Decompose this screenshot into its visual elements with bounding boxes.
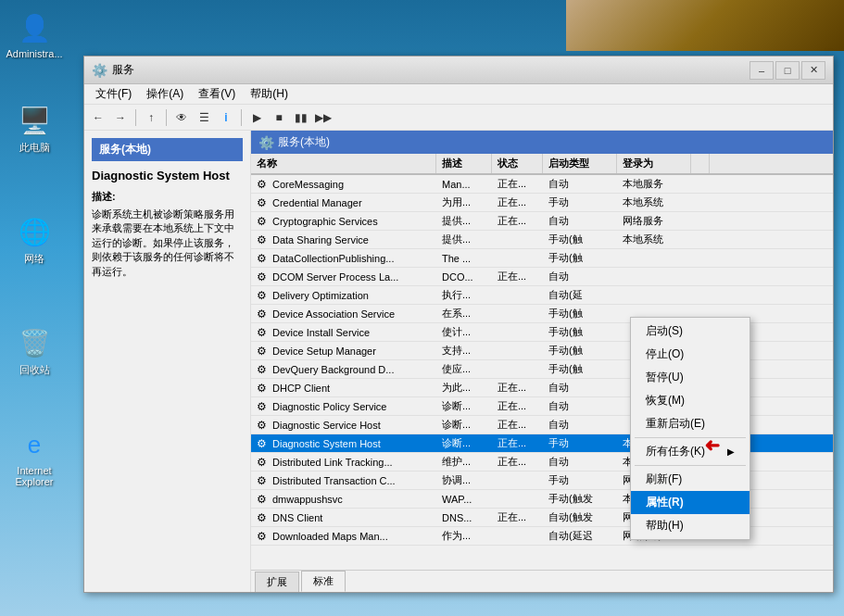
toolbar-up[interactable]: ↑ [141, 107, 161, 128]
cell-name: ⚙dmwappushsvc [251, 490, 436, 508]
cell-login [617, 286, 691, 304]
cell-status [492, 231, 543, 248]
toolbar-restart[interactable]: ▶▶ [313, 107, 334, 128]
table-row[interactable]: ⚙Delivery Optimization执行...自动(延 [251, 286, 833, 305]
ctx-resume[interactable]: 恢复(M) [631, 389, 750, 412]
title-bar: ⚙️ 服务 – □ ✕ [84, 57, 833, 84]
cell-name: ⚙DHCP Client [251, 379, 436, 396]
ctx-restart[interactable]: 重新启动(E) [631, 412, 750, 435]
minimize-button[interactable]: – [750, 61, 774, 80]
service-icon: ⚙ [257, 308, 270, 321]
desktop-top-image [566, 0, 844, 51]
toolbar-show-hide[interactable]: 👁 [171, 107, 192, 128]
menu-view[interactable]: 查看(V) [191, 84, 243, 104]
ctx-refresh[interactable]: 刷新(F) [631, 468, 750, 491]
table-row[interactable]: ⚙Cryptographic Services提供...正在...自动网络服务 [251, 212, 833, 231]
menu-help[interactable]: 帮助(H) [243, 84, 296, 104]
ctx-pause[interactable]: 暂停(U) [631, 366, 750, 389]
cell-extra [691, 286, 710, 304]
left-panel: 服务(本地) Diagnostic System Host 描述: 诊断系统主机… [84, 131, 251, 592]
cell-startup: 手动 [543, 471, 617, 489]
toolbar-play[interactable]: ▶ [246, 107, 267, 128]
col-header-login[interactable]: 登录为 [617, 154, 691, 173]
cell-startup: 手动(触 [543, 231, 617, 248]
toolbar-sep2 [166, 109, 167, 126]
desktop-icon-network[interactable]: 🌐 网络 [5, 213, 64, 266]
service-icon: ⚙ [257, 363, 270, 376]
cell-status [492, 323, 543, 341]
ctx-stop[interactable]: 停止(O) [631, 343, 750, 366]
desktop-icon-computer[interactable]: 🖥️ 此电脑 [5, 102, 64, 155]
maximize-button[interactable]: □ [775, 61, 800, 80]
col-header-extra [691, 154, 710, 173]
cell-startup: 自动 [543, 397, 617, 415]
cell-name: ⚙Data Sharing Service [251, 231, 436, 248]
cell-name: ⚙Device Association Service [251, 305, 436, 322]
ctx-all-tasks[interactable]: 所有任务(K) ▶ [631, 440, 750, 463]
cell-desc: The ... [436, 249, 492, 267]
table-row[interactable]: ⚙DCOM Server Process La...DCO...正在...自动 [251, 268, 833, 286]
table-row[interactable]: ⚙Credential Manager为用...正在...手动本地系统 [251, 194, 833, 212]
cell-extra [691, 249, 710, 267]
ie-icon-label: Internet Explorer [5, 465, 64, 487]
toolbar-list[interactable]: ☰ [194, 107, 214, 128]
col-header-name[interactable]: 名称 [251, 154, 436, 173]
toolbar-stop[interactable]: ■ [269, 107, 289, 128]
toolbar-pause[interactable]: ▮▮ [291, 107, 311, 128]
col-header-status[interactable]: 状态 [492, 154, 543, 173]
ctx-sep2 [635, 465, 746, 466]
cell-name: ⚙Distributed Link Tracking... [251, 453, 436, 471]
service-icon: ⚙ [257, 400, 270, 413]
ctx-sep1 [635, 437, 746, 438]
cell-desc: 在系... [436, 305, 492, 322]
cell-desc: 诊断... [436, 434, 492, 452]
cell-name: ⚙Device Setup Manager [251, 342, 436, 359]
cell-startup: 手动 [543, 434, 617, 452]
cell-status: 正在... [492, 175, 543, 193]
cell-desc: 维护... [436, 453, 492, 471]
desktop-icon-ie[interactable]: e Internet Explorer [5, 426, 64, 487]
table-header: 名称 描述 状态 启动类型 登录为 [251, 154, 833, 175]
cell-name: ⚙DNS Client [251, 509, 436, 526]
table-row[interactable]: ⚙Data Sharing Service提供...手动(触本地系统 [251, 231, 833, 249]
cell-status: 正在... [492, 434, 543, 452]
col-header-startup[interactable]: 启动类型 [543, 154, 617, 173]
close-button[interactable]: ✕ [801, 61, 825, 80]
service-icon: ⚙ [257, 419, 270, 432]
cell-status [492, 249, 543, 267]
service-icon: ⚙ [257, 252, 270, 265]
cell-name: ⚙Distributed Transaction C... [251, 471, 436, 489]
toolbar-info[interactable]: i [216, 107, 236, 128]
tab-extended[interactable]: 扩展 [255, 572, 299, 592]
cell-desc: 提供... [436, 231, 492, 248]
context-menu: 启动(S) 停止(O) 暂停(U) 恢复(M) 重新启动(E) 所有任务(K) … [630, 317, 750, 540]
cell-name: ⚙DataCollectionPublishing... [251, 249, 436, 267]
toolbar-forward[interactable]: → [110, 107, 131, 128]
cell-startup: 自动(触发 [543, 509, 617, 526]
ctx-help[interactable]: 帮助(H) [631, 514, 750, 537]
ctx-properties[interactable]: 属性(R) [631, 491, 750, 514]
table-row[interactable]: ⚙CoreMessagingMan...正在...自动本地服务 [251, 175, 833, 194]
cell-startup: 手动(触发 [543, 490, 617, 508]
desktop-icon-user[interactable]: 👤 Administra... [5, 9, 64, 59]
desktop: 👤 Administra... 🖥️ 此电脑 🌐 网络 🗑️ 回收站 e Int… [0, 0, 844, 616]
right-header-icon: ⚙️ [258, 135, 274, 150]
desktop-icon-recycle[interactable]: 🗑️ 回收站 [5, 324, 64, 377]
menu-action[interactable]: 操作(A) [139, 84, 191, 104]
tab-standard[interactable]: 标准 [301, 571, 346, 592]
bottom-tabs: 扩展 标准 [251, 570, 833, 592]
window-title: 服务 [112, 62, 750, 78]
selected-service-name: Diagnostic System Host [92, 169, 243, 182]
ie-icon: e [16, 426, 53, 463]
cell-status: 正在... [492, 397, 543, 415]
service-icon: ⚙ [257, 233, 270, 246]
cell-desc: WAP... [436, 490, 492, 508]
menu-file[interactable]: 文件(F) [88, 84, 139, 104]
toolbar-back[interactable]: ← [88, 107, 108, 128]
menu-bar: 文件(F) 操作(A) 查看(V) 帮助(H) [84, 84, 833, 105]
col-header-desc[interactable]: 描述 [436, 154, 492, 173]
table-row[interactable]: ⚙DataCollectionPublishing...The ...手动(触 [251, 249, 833, 268]
ctx-start[interactable]: 启动(S) [631, 320, 750, 343]
right-panel-header: ⚙️ 服务(本地) [251, 131, 833, 154]
cell-desc: 支持... [436, 342, 492, 359]
